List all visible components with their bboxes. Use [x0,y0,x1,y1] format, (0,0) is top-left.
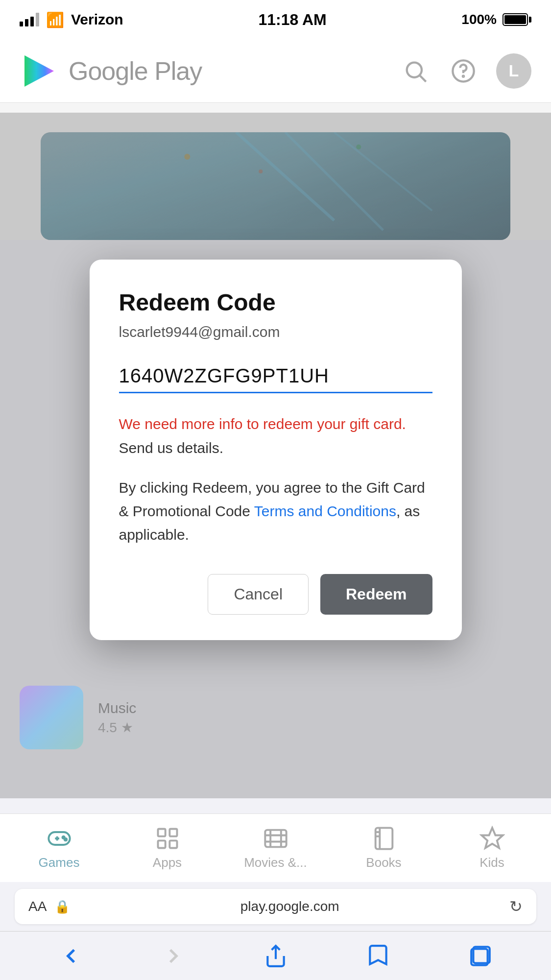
nav-item-books[interactable]: Books [330,826,438,870]
tabs-button[interactable] [461,936,500,976]
code-input[interactable] [119,365,432,387]
background-app-card: Music 4.5 ★ [20,686,136,749]
app-rating: 4.5 ★ [98,719,136,736]
modal-actions: Cancel Redeem [119,574,432,615]
svg-rect-25 [375,828,392,849]
user-avatar[interactable]: L [496,53,531,89]
svg-rect-18 [158,840,165,848]
search-button[interactable] [400,56,431,86]
back-button[interactable] [51,936,91,976]
signal-bars [20,13,39,26]
nav-item-kids[interactable]: Kids [438,826,546,870]
status-time: 11:18 AM [258,11,326,29]
apps-grid-icon [155,826,180,851]
font-size-button[interactable]: AA [28,899,47,914]
reload-button[interactable]: ↻ [509,897,523,916]
svg-marker-29 [481,828,503,848]
redeem-button[interactable]: Redeem [320,574,432,615]
wifi-icon: 📶 [46,11,64,28]
battery-percent: 100% [461,12,497,27]
app-name: Music [98,700,136,717]
nav-item-movies[interactable]: Movies &... [221,826,330,870]
bottom-nav: Games Apps Movies &... [0,813,551,882]
gamepad-icon [47,826,72,851]
browser-url-bar[interactable]: AA 🔒 play.google.com ↻ [15,889,536,924]
header-icons: L [400,53,531,89]
modal-email: lscarlet9944@gmail.com [119,324,432,340]
lock-icon: 🔒 [54,899,70,914]
cancel-button[interactable]: Cancel [208,574,309,615]
url-text: play.google.com [78,899,502,914]
nav-label-movies: Movies &... [244,855,307,870]
terms-text: By clicking Redeem, you agree to the Gif… [119,476,432,547]
status-right: 100% [461,12,531,27]
svg-rect-17 [169,829,177,837]
nav-item-games[interactable]: Games [5,826,113,870]
nav-label-books: Books [366,855,401,870]
svg-point-1 [407,62,422,77]
help-button[interactable] [448,56,479,86]
battery-icon [503,13,531,26]
nav-label-apps: Apps [153,855,182,870]
svg-line-2 [420,75,426,81]
bookmarks-button[interactable] [359,936,398,976]
svg-rect-16 [158,829,165,837]
books-icon [371,826,397,851]
redeem-modal: Redeem Code lscarlet9944@gmail.com We ne… [90,260,462,640]
carrier-name: Verizon [71,11,123,28]
error-message: We need more info to redeem your gift ca… [119,413,432,435]
google-play-header: Google Play L [0,39,551,103]
nav-item-apps[interactable]: Apps [113,826,221,870]
modal-title: Redeem Code [119,289,432,316]
svg-point-15 [64,838,66,840]
kids-star-icon [479,826,505,851]
app-icon-thumb [20,686,83,749]
status-left: 📶 Verizon [20,11,123,28]
nav-label-games: Games [39,855,80,870]
terms-link[interactable]: Terms and Conditions [254,503,396,519]
nav-label-kids: Kids [479,855,504,870]
google-play-title: Google Play [69,56,390,86]
svg-rect-19 [169,840,177,848]
info-message: Send us details. [119,440,432,456]
google-play-logo [20,51,59,91]
film-icon [263,826,288,851]
status-bar: 📶 Verizon 11:18 AM 100% [0,0,551,39]
forward-button[interactable] [154,936,193,976]
share-button[interactable] [256,936,295,976]
code-input-wrapper [119,365,432,393]
modal-overlay: Redeem Code lscarlet9944@gmail.com We ne… [0,113,551,798]
svg-rect-20 [265,830,286,847]
page-content: Redeem Code lscarlet9944@gmail.com We ne… [0,103,551,798]
svg-point-4 [463,75,464,76]
browser-bar: AA 🔒 play.google.com ↻ [0,882,551,931]
bottom-toolbar [0,931,551,980]
